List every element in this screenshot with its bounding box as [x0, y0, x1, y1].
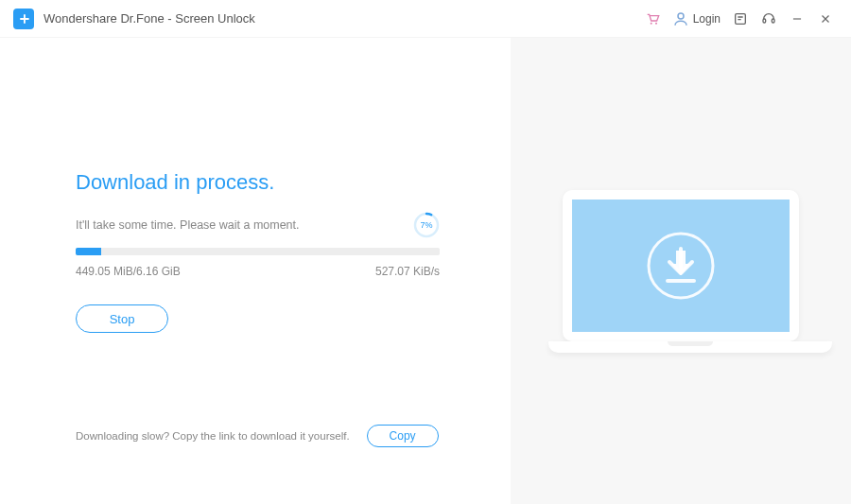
downloaded-size: 449.05 MiB/6.16 GiB: [76, 265, 181, 278]
app-title: Wondershare Dr.Fone - Screen Unlock: [43, 11, 255, 26]
left-panel: Download in process. It'll take some tim…: [0, 38, 511, 504]
stop-button[interactable]: Stop: [76, 304, 168, 333]
minimize-button[interactable]: [783, 5, 811, 33]
login-label: Login: [693, 12, 721, 26]
laptop-base: [548, 341, 832, 353]
svg-rect-5: [772, 19, 774, 23]
svg-point-1: [655, 22, 657, 24]
footer-row: Downloading slow? Copy the link to downl…: [76, 425, 439, 447]
download-arrow-icon: [643, 228, 719, 304]
progress-bar: [76, 248, 440, 255]
wait-message: It'll take some time. Please wait a mome…: [76, 218, 300, 232]
app-logo: [13, 9, 34, 29]
svg-rect-4: [763, 19, 766, 23]
cart-icon[interactable]: [638, 5, 667, 33]
svg-point-0: [650, 22, 651, 24]
laptop-illustration: [548, 190, 813, 353]
copy-label: Copy: [390, 429, 416, 443]
download-speed: 527.07 KiB/s: [375, 265, 440, 278]
stop-label: Stop: [110, 312, 135, 326]
progress-stats: 449.05 MiB/6.16 GiB 527.07 KiB/s: [76, 265, 440, 278]
feedback-icon[interactable]: [726, 5, 755, 33]
svg-point-2: [678, 13, 684, 19]
close-button[interactable]: [811, 5, 840, 33]
titlebar: Wondershare Dr.Fone - Screen Unlock Logi…: [0, 0, 851, 38]
progress-fill: [76, 248, 101, 255]
support-icon[interactable]: [755, 5, 783, 33]
laptop-screen: [563, 190, 799, 341]
progress-percent-label: 7%: [420, 220, 432, 230]
progress-circle: 7%: [413, 212, 440, 238]
slow-download-text: Downloading slow? Copy the link to downl…: [76, 430, 350, 442]
page-heading: Download in process.: [76, 170, 511, 195]
login-button[interactable]: Login: [667, 10, 726, 27]
content-area: Download in process. It'll take some tim…: [0, 38, 851, 504]
right-panel: [511, 38, 851, 504]
copy-button[interactable]: Copy: [367, 425, 439, 447]
